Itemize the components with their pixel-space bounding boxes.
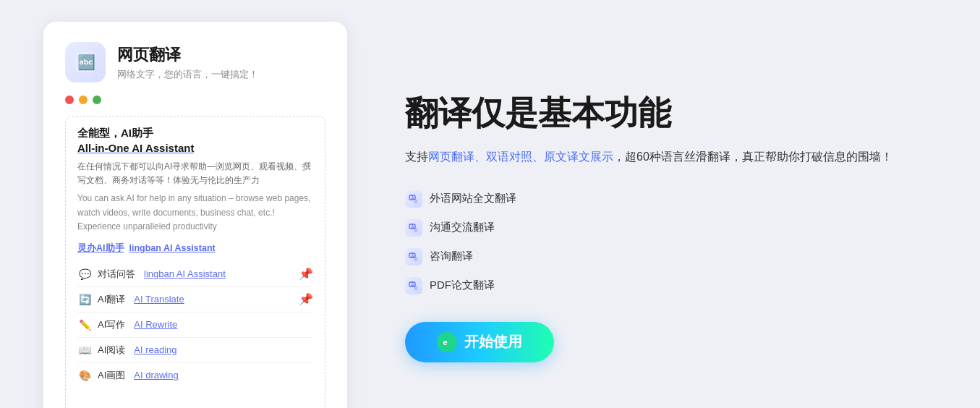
svg-text:文: 文 — [414, 198, 418, 203]
cta-icon: e — [437, 332, 457, 352]
list-item: A 文 沟通交流翻译 — [405, 213, 937, 242]
cta-button[interactable]: e 开始使用 — [405, 322, 554, 362]
content-heading-zh: 全能型，AI助手 — [77, 127, 313, 140]
traffic-light-yellow — [79, 95, 88, 104]
card-content: 全能型，AI助手 All-in-One AI Assistant 在任何情况下都… — [65, 116, 325, 408]
feature-left: 🎨 AI画图 AI drawing — [77, 368, 179, 383]
feature-icon: 💬 — [77, 267, 92, 281]
list-item: 🔄 AI翻译 AI Translate 📌 — [77, 287, 313, 313]
svg-text:文: 文 — [414, 285, 418, 290]
feature-icon: 🔄 — [77, 292, 92, 307]
features-list: 💬 对话问答 lingban AI Assistant 📌 🔄 AI翻译 AI … — [77, 262, 313, 388]
traffic-light-green — [93, 95, 101, 104]
card-title-block: 网页翻译 网络文字，您的语言，一键搞定！ — [117, 44, 258, 81]
feature-label-en: AI drawing — [134, 370, 178, 381]
card-subtitle: 网络文字，您的语言，一键搞定！ — [117, 68, 258, 81]
feature-label-zh: AI阅读 — [98, 344, 125, 357]
right-title: 翻译仅是基本功能 — [405, 94, 937, 132]
app-icon: 🔤 — [65, 42, 106, 82]
feature-left: 🔄 AI翻译 AI Translate — [77, 292, 184, 307]
feature-label-en: lingban AI Assistant — [144, 268, 226, 279]
feature-label: 外语网站全文翻译 — [430, 192, 516, 205]
cta-label: 开始使用 — [464, 332, 522, 352]
feature-left: 📖 AI阅读 AI reading — [77, 343, 177, 357]
list-item: A 文 PDF论文翻译 — [405, 271, 937, 300]
translate-icon: A 文 — [405, 277, 422, 294]
feature-left: 💬 对话问答 lingban AI Assistant — [77, 267, 226, 281]
content-desc-zh: 在任何情况下都可以向AI寻求帮助—浏览网页、观看视频、撰写文档、商务对话等等！体… — [77, 160, 313, 187]
feature-label-zh: AI画图 — [98, 369, 125, 382]
desc-suffix: ，超60种语言丝滑翻译，真正帮助你打破信息的围墙！ — [613, 150, 892, 163]
feature-label-en: AI Translate — [134, 294, 184, 305]
feature-icon: ✏️ — [77, 318, 92, 332]
translate-icon: A 文 — [405, 248, 422, 265]
feature-section-title-en: lingban AI Assistant — [129, 243, 215, 253]
svg-text:文: 文 — [414, 256, 418, 261]
feature-section-title-zh: 灵办AI助手 — [77, 243, 124, 253]
feature-section-title: 灵办AI助手 lingban AI Assistant — [77, 242, 313, 255]
card-header: 🔤 网页翻译 网络文字，您的语言，一键搞定！ — [65, 42, 325, 82]
list-item: A 文 咨询翻译 — [405, 242, 937, 271]
translate-icon: A 文 — [405, 190, 422, 208]
feature-label: 沟通交流翻译 — [430, 221, 495, 234]
feature-left: ✏️ AI写作 AI Rewrite — [77, 318, 177, 332]
feature-label: PDF论文翻译 — [430, 279, 495, 292]
feature-label-zh: 对话问答 — [98, 268, 135, 281]
feature-icon: 📖 — [77, 343, 92, 357]
main-container: 🔤 网页翻译 网络文字，您的语言，一键搞定！ 全能型，AI助手 All-in-O… — [0, 0, 980, 408]
list-item: 🎨 AI画图 AI drawing — [77, 363, 313, 388]
list-item: 💬 对话问答 lingban AI Assistant 📌 — [77, 262, 313, 287]
content-desc-en: You can ask AI for help in any situation… — [77, 192, 313, 234]
feature-label-en: AI Rewrite — [134, 319, 177, 330]
pin-icon: 📌 — [299, 292, 313, 306]
feature-label: 咨询翻译 — [430, 250, 473, 263]
list-item: ✏️ AI写作 AI Rewrite — [77, 313, 313, 338]
traffic-light-red — [65, 95, 74, 104]
list-item: A 文 外语网站全文翻译 — [405, 184, 937, 213]
desc-links: 网页翻译、双语对照、原文译文展示 — [428, 150, 613, 163]
svg-text:e: e — [443, 338, 448, 347]
list-item: 📖 AI阅读 AI reading — [77, 338, 313, 363]
right-features-list: A 文 外语网站全文翻译 A 文 沟通交流翻译 A 文 — [405, 184, 937, 300]
feature-label-en: AI reading — [134, 344, 176, 355]
svg-text:🔤: 🔤 — [77, 54, 95, 71]
content-heading-en: All-in-One AI Assistant — [77, 142, 313, 154]
card-title: 网页翻译 — [117, 44, 258, 66]
feature-label-zh: AI写作 — [98, 318, 125, 331]
translate-icon: A 文 — [405, 219, 422, 237]
feature-label-zh: AI翻译 — [98, 293, 125, 306]
app-card: 🔤 网页翻译 网络文字，您的语言，一键搞定！ 全能型，AI助手 All-in-O… — [43, 22, 347, 408]
traffic-lights — [65, 95, 325, 104]
feature-icon: 🎨 — [77, 368, 92, 383]
svg-text:文: 文 — [414, 227, 418, 232]
right-desc: 支持网页翻译、双语对照、原文译文展示，超60种语言丝滑翻译，真正帮助你打破信息的… — [405, 147, 937, 166]
desc-prefix: 支持 — [405, 150, 428, 163]
pin-icon: 📌 — [299, 267, 313, 281]
right-section: 翻译仅是基本功能 支持网页翻译、双语对照、原文译文展示，超60种语言丝滑翻译，真… — [405, 94, 937, 362]
